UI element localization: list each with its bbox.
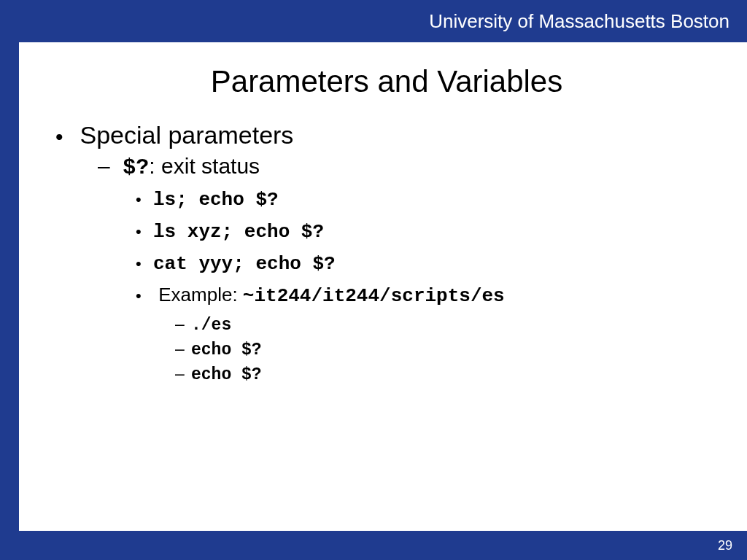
bullet-list-l3: ls; echo $? ls xyz; echo $? cat yyy; ech… <box>117 187 718 384</box>
bullet-list-l1: Special parameters $?: exit status ls; e… <box>55 121 718 384</box>
bullet-list-l2: $?: exit status ls; echo $? ls xyz; echo… <box>73 154 718 384</box>
page-number: 29 <box>718 538 732 553</box>
code-text: ./es <box>191 316 231 335</box>
l1-text: Special parameters <box>80 121 293 149</box>
l3-example: Example: ~it244/it244/scripts/es ./es ec… <box>153 284 718 384</box>
l2-symbol: $? <box>123 155 149 180</box>
code-text: ls xyz; echo $? <box>153 221 324 243</box>
l3-cmd: cat yyy; echo $? <box>153 252 718 275</box>
l4-cmd: ./es <box>191 314 718 335</box>
example-path: ~it244/it244/scripts/es <box>243 285 505 307</box>
slide-title: Parameters and Variables <box>55 64 718 99</box>
l3-cmd: ls xyz; echo $? <box>153 219 718 243</box>
slide-header: University of Massachusetts Boston <box>0 0 747 42</box>
code-text: echo $? <box>191 341 262 359</box>
l4-cmd: echo $? <box>191 364 718 384</box>
l1-item: Special parameters $?: exit status ls; e… <box>73 121 718 384</box>
l3-cmd: ls; echo $? <box>153 187 718 211</box>
l2-desc: : exit status <box>149 154 260 178</box>
code-text: cat yyy; echo $? <box>153 253 336 275</box>
bullet-list-l4: ./es echo $? echo $? <box>153 314 718 384</box>
slide-footer: 29 <box>718 531 747 560</box>
example-label: Example: <box>158 284 243 306</box>
code-text: ls; echo $? <box>153 189 279 211</box>
l4-cmd: echo $? <box>191 339 718 359</box>
institution-name: University of Massachusetts Boston <box>429 10 729 33</box>
code-text: echo $? <box>191 365 262 384</box>
slide-content: Parameters and Variables Special paramet… <box>19 42 747 531</box>
l2-item: $?: exit status ls; echo $? ls xyz; echo… <box>117 154 718 384</box>
